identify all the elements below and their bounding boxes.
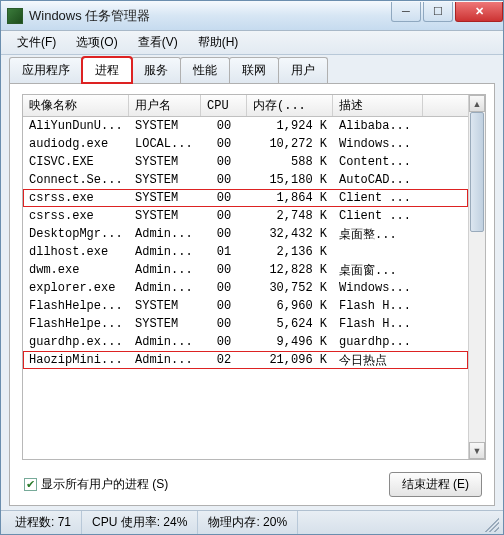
- cell-cpu: 00: [201, 317, 247, 331]
- tab-services[interactable]: 服务: [131, 57, 181, 83]
- cell-mem: 2,748 K: [247, 209, 333, 223]
- column-headers: 映像名称 用户名 CPU 内存(... 描述: [23, 95, 468, 117]
- tab-applications[interactable]: 应用程序: [9, 57, 83, 83]
- maximize-icon: ☐: [433, 5, 443, 18]
- table-row[interactable]: csrss.exeSYSTEM001,864 KClient ...: [23, 189, 468, 207]
- cell-user: Admin...: [129, 335, 201, 349]
- cell-mem: 1,864 K: [247, 191, 333, 205]
- tab-performance[interactable]: 性能: [180, 57, 230, 83]
- tab-processes[interactable]: 进程: [82, 57, 132, 83]
- table-row[interactable]: FlashHelpe...SYSTEM006,960 KFlash H...: [23, 297, 468, 315]
- cell-desc: Content...: [333, 155, 423, 169]
- menu-options[interactable]: 选项(O): [66, 31, 127, 54]
- tab-users[interactable]: 用户: [278, 57, 328, 83]
- cell-name: explorer.exe: [23, 281, 129, 295]
- table-row[interactable]: CISVC.EXESYSTEM00588 KContent...: [23, 153, 468, 171]
- col-user-name[interactable]: 用户名: [129, 95, 201, 116]
- cell-desc: AutoCAD...: [333, 173, 423, 187]
- process-list: 映像名称 用户名 CPU 内存(... 描述 AliYunDunU...SYST…: [22, 94, 486, 460]
- cell-name: csrss.exe: [23, 209, 129, 223]
- cell-name: audiodg.exe: [23, 137, 129, 151]
- cell-mem: 9,496 K: [247, 335, 333, 349]
- cell-cpu: 00: [201, 227, 247, 241]
- menu-view[interactable]: 查看(V): [128, 31, 188, 54]
- scroll-up-button[interactable]: ▲: [469, 95, 485, 112]
- table-row[interactable]: FlashHelpe...SYSTEM005,624 KFlash H...: [23, 315, 468, 333]
- minimize-button[interactable]: ─: [391, 2, 421, 22]
- table-row[interactable]: Connect.Se...SYSTEM0015,180 KAutoCAD...: [23, 171, 468, 189]
- scroll-track[interactable]: [469, 112, 485, 442]
- table-row[interactable]: HaozipMini...Admin...0221,096 K今日热点: [23, 351, 468, 369]
- cell-name: DesktopMgr...: [23, 227, 129, 241]
- end-process-button[interactable]: 结束进程 (E): [389, 472, 482, 497]
- status-process-count: 进程数: 71: [5, 511, 82, 534]
- cell-mem: 12,828 K: [247, 263, 333, 277]
- cell-mem: 32,432 K: [247, 227, 333, 241]
- process-table: 映像名称 用户名 CPU 内存(... 描述 AliYunDunU...SYST…: [23, 95, 468, 459]
- titlebar[interactable]: Windows 任务管理器 ─ ☐ ✕: [1, 1, 503, 31]
- cell-name: Connect.Se...: [23, 173, 129, 187]
- resize-grip-icon[interactable]: [481, 514, 499, 532]
- cell-desc: Windows...: [333, 281, 423, 295]
- bottom-bar: ✔ 显示所有用户的进程 (S) 结束进程 (E): [10, 466, 494, 505]
- table-row[interactable]: audiodg.exeLOCAL...0010,272 KWindows...: [23, 135, 468, 153]
- table-row[interactable]: AliYunDunU...SYSTEM001,924 KAlibaba...: [23, 117, 468, 135]
- cell-name: HaozipMini...: [23, 353, 129, 367]
- check-icon: ✔: [26, 479, 35, 490]
- cell-mem: 2,136 K: [247, 245, 333, 259]
- cell-cpu: 02: [201, 353, 247, 367]
- cell-cpu: 00: [201, 155, 247, 169]
- cell-mem: 10,272 K: [247, 137, 333, 151]
- table-row[interactable]: explorer.exeAdmin...0030,752 KWindows...: [23, 279, 468, 297]
- col-image-name[interactable]: 映像名称: [23, 95, 129, 116]
- cell-name: AliYunDunU...: [23, 119, 129, 133]
- cell-mem: 15,180 K: [247, 173, 333, 187]
- window-controls: ─ ☐ ✕: [391, 2, 503, 22]
- window-title: Windows 任务管理器: [29, 7, 391, 25]
- tabstrip: 应用程序 进程 服务 性能 联网 用户: [1, 55, 503, 83]
- cell-name: dwm.exe: [23, 263, 129, 277]
- cell-desc: 桌面整...: [333, 226, 423, 243]
- show-all-users-checkbox[interactable]: ✔: [24, 478, 37, 491]
- cell-name: dllhost.exe: [23, 245, 129, 259]
- cell-mem: 5,624 K: [247, 317, 333, 331]
- cell-user: SYSTEM: [129, 119, 201, 133]
- cell-user: Admin...: [129, 245, 201, 259]
- cell-name: guardhp.ex...: [23, 335, 129, 349]
- table-row[interactable]: dllhost.exeAdmin...012,136 K: [23, 243, 468, 261]
- minimize-icon: ─: [402, 5, 410, 17]
- menu-help[interactable]: 帮助(H): [188, 31, 249, 54]
- cell-name: CISVC.EXE: [23, 155, 129, 169]
- vertical-scrollbar[interactable]: ▲ ▼: [468, 95, 485, 459]
- cell-user: SYSTEM: [129, 209, 201, 223]
- cell-mem: 588 K: [247, 155, 333, 169]
- tab-networking[interactable]: 联网: [229, 57, 279, 83]
- col-memory[interactable]: 内存(...: [247, 95, 333, 116]
- cell-user: SYSTEM: [129, 155, 201, 169]
- cell-desc: 桌面窗...: [333, 262, 423, 279]
- col-description[interactable]: 描述: [333, 95, 423, 116]
- cell-mem: 30,752 K: [247, 281, 333, 295]
- cell-cpu: 00: [201, 137, 247, 151]
- cell-desc: Alibaba...: [333, 119, 423, 133]
- scroll-down-button[interactable]: ▼: [469, 442, 485, 459]
- cell-cpu: 00: [201, 119, 247, 133]
- table-row[interactable]: guardhp.ex...Admin...009,496 Kguardhp...: [23, 333, 468, 351]
- col-cpu[interactable]: CPU: [201, 95, 247, 116]
- scroll-thumb[interactable]: [470, 112, 484, 232]
- cell-user: SYSTEM: [129, 317, 201, 331]
- table-row[interactable]: dwm.exeAdmin...0012,828 K桌面窗...: [23, 261, 468, 279]
- task-manager-window: Windows 任务管理器 ─ ☐ ✕ 文件(F) 选项(O) 查看(V) 帮助…: [0, 0, 504, 535]
- table-row[interactable]: csrss.exeSYSTEM002,748 KClient ...: [23, 207, 468, 225]
- table-row[interactable]: DesktopMgr...Admin...0032,432 K桌面整...: [23, 225, 468, 243]
- close-button[interactable]: ✕: [455, 2, 503, 22]
- cell-cpu: 00: [201, 263, 247, 277]
- maximize-button[interactable]: ☐: [423, 2, 453, 22]
- cell-name: csrss.exe: [23, 191, 129, 205]
- app-icon: [7, 8, 23, 24]
- menubar: 文件(F) 选项(O) 查看(V) 帮助(H): [1, 31, 503, 55]
- cell-cpu: 00: [201, 191, 247, 205]
- cell-mem: 6,960 K: [247, 299, 333, 313]
- menu-file[interactable]: 文件(F): [7, 31, 66, 54]
- cell-mem: 1,924 K: [247, 119, 333, 133]
